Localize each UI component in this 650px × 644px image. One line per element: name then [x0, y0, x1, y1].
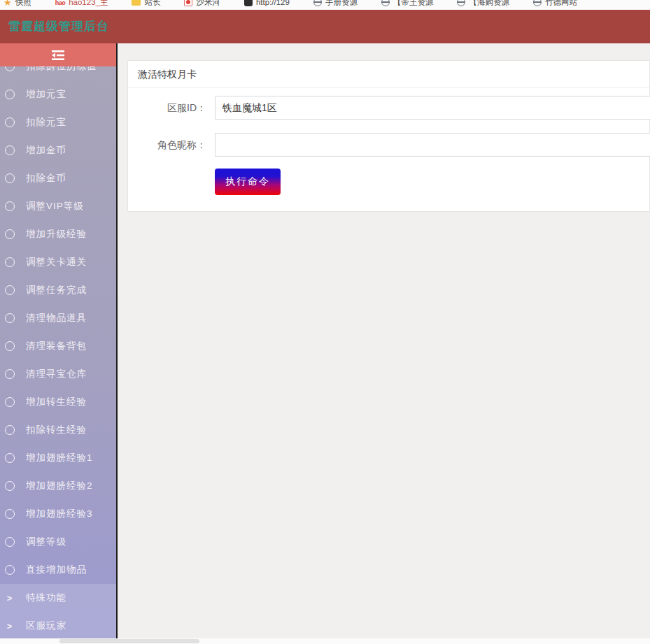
sidebar-item[interactable]: 增加翅膀经验1: [0, 444, 116, 472]
sidebar: 扣除爵位历练值 增加元宝 扣除元宝 增加金币 扣除金币 调整VIP等级: [0, 43, 116, 638]
bookmark-item[interactable]: 手册资源: [313, 0, 358, 8]
sidebar-border: [116, 10, 118, 638]
radio-icon: [5, 425, 15, 435]
sidebar-item[interactable]: 特殊功能: [0, 584, 116, 612]
radio-icon: [5, 145, 15, 155]
site-icon: [184, 0, 192, 6]
radio-icon: [5, 229, 15, 239]
bookmark-item[interactable]: 【海购资源: [457, 0, 509, 8]
radio-icon: [5, 397, 15, 407]
radio-icon: [5, 257, 15, 267]
bookmark-item[interactable]: 站长: [132, 0, 160, 8]
radio-icon: [5, 565, 15, 575]
sidebar-toggle-button[interactable]: [0, 43, 116, 66]
radio-icon: [5, 369, 15, 379]
sidebar-item[interactable]: 直接增加物品: [0, 556, 116, 584]
folder-icon: [132, 0, 141, 6]
nickname-label: 角色昵称：: [128, 133, 206, 157]
globe-icon: [381, 0, 390, 6]
bookmark-item[interactable]: 快照: [3, 0, 31, 8]
radio-icon: [5, 537, 15, 547]
sidebar-item[interactable]: 区服玩家: [0, 612, 116, 638]
radio-icon: [5, 201, 15, 211]
sidebar-item[interactable]: 增加转生经验: [0, 388, 116, 416]
sidebar-item[interactable]: 调整关卡通关: [0, 248, 116, 276]
radio-icon: [5, 509, 15, 519]
sidebar-item[interactable]: 清理寻宝仓库: [0, 360, 116, 388]
nickname-input[interactable]: [215, 133, 650, 157]
sidebar-item[interactable]: 增加翅膀经验2: [0, 472, 116, 500]
sidebar-item[interactable]: 增加元宝: [0, 80, 116, 108]
chevron-right-icon: [5, 621, 15, 631]
chevron-right-icon: [5, 593, 15, 603]
radio-icon: [5, 313, 15, 323]
radio-icon: [5, 173, 15, 183]
radio-icon: [5, 285, 15, 295]
bookmark-item[interactable]: 【帝王资源: [381, 0, 434, 8]
sidebar-item[interactable]: 清理物品道具: [0, 304, 116, 332]
sidebar-menu: 扣除爵位历练值 增加元宝 扣除元宝 增加金币 扣除金币 调整VIP等级: [0, 52, 116, 638]
sidebar-item[interactable]: 增加升级经验: [0, 220, 116, 248]
dark-site-icon: [244, 0, 253, 6]
bookmark-item[interactable]: 竹德网站: [533, 0, 577, 8]
globe-icon: [533, 0, 542, 6]
execute-command-button[interactable]: 执行命令: [215, 169, 281, 195]
bookmarks-bar: 快照 hao123_主 站长 沙米河 http://129 手册资源: [0, 0, 650, 10]
sidebar-item[interactable]: 扣除转生经验: [0, 416, 116, 444]
radio-icon: [5, 341, 15, 351]
sidebar-item[interactable]: 扣除金币: [0, 164, 116, 192]
radio-icon: [5, 481, 15, 491]
radio-icon: [5, 453, 15, 463]
hao123-icon: [55, 0, 66, 6]
server-select-value: 铁血魔城1区: [222, 102, 277, 113]
radio-icon: [5, 117, 15, 127]
horizontal-scrollbar[interactable]: [0, 638, 650, 644]
activate-privilege-card-panel: 激活特权月卡 区服ID： 铁血魔城1区 角色昵称： 执行命令: [127, 60, 650, 212]
star-icon: [3, 0, 12, 7]
panel-title: 激活特权月卡: [128, 61, 649, 88]
bookmark-item[interactable]: 沙米河: [184, 0, 220, 8]
bookmark-item[interactable]: hao123_主: [55, 0, 108, 8]
app-header: 雷霆超级管理后台: [0, 10, 650, 43]
horizontal-scrollbar-thumb[interactable]: [59, 639, 199, 643]
brand-title: 雷霆超级管理后台: [0, 10, 116, 43]
sidebar-item[interactable]: 调整任务完成: [0, 276, 116, 304]
sidebar-item[interactable]: 调整VIP等级: [0, 192, 116, 220]
sidebar-item[interactable]: 增加翅膀经验3: [0, 500, 116, 528]
screen: 激活特权月卡 区服ID： 铁血魔城1区 角色昵称： 执行命令 扣除爵位历练值 增…: [0, 0, 650, 644]
bookmark-item[interactable]: http://129: [244, 0, 290, 6]
sidebar-item[interactable]: 调整等级: [0, 528, 116, 556]
globe-icon: [313, 0, 322, 6]
server-id-label: 区服ID：: [128, 96, 206, 120]
sidebar-item[interactable]: 清理装备背包: [0, 332, 116, 360]
globe-icon: [457, 0, 465, 6]
radio-icon: [5, 90, 15, 99]
server-select[interactable]: 铁血魔城1区: [215, 96, 650, 120]
sidebar-toggle-icon: [52, 50, 64, 60]
sidebar-item[interactable]: 扣除元宝: [0, 108, 116, 136]
sidebar-item[interactable]: 增加金币: [0, 136, 116, 164]
